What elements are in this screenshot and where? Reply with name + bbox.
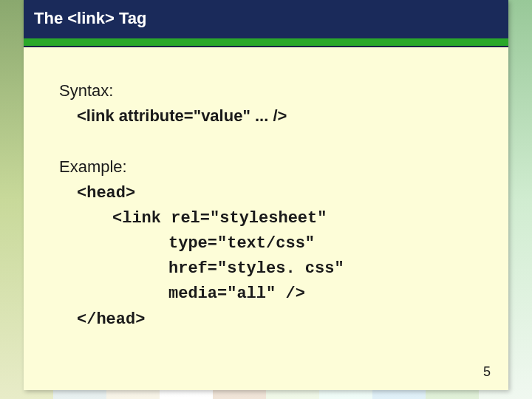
accent-bar <box>24 38 508 46</box>
code-line: <link rel="stylesheet" <box>77 206 473 231</box>
slide-content: Syntax: <link attribute="value" ... /> E… <box>24 47 508 332</box>
code-line: href="styles. css" <box>77 256 473 282</box>
slide-title: The <link> Tag <box>24 0 508 38</box>
syntax-label: Syntax: <box>59 80 473 102</box>
code-line: </head> <box>77 310 145 329</box>
code-line: media="all" /> <box>77 282 473 307</box>
syntax-code: <link attribute="value" ... /> <box>59 105 473 127</box>
example-label: Example: <box>59 156 473 178</box>
page-number: 5 <box>483 364 491 380</box>
code-line: <head> <box>77 184 135 202</box>
example-code-block: <head> <link rel="stylesheet" type="text… <box>59 181 473 332</box>
slide: The <link> Tag Syntax: <link attribute="… <box>24 0 508 390</box>
code-line: type="text/css" <box>77 231 473 256</box>
